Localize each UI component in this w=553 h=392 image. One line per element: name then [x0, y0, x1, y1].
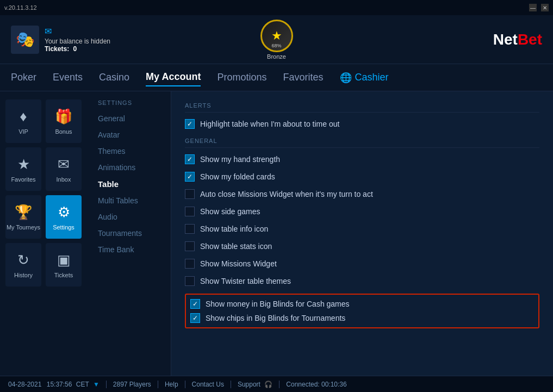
bronze-label: Bronze: [267, 53, 286, 60]
status-support-label: Support: [238, 381, 260, 388]
my-tourneys-icon: 🏆: [15, 204, 32, 221]
close-button[interactable]: ✕: [541, 4, 549, 11]
bronze-pct: 68%: [271, 43, 281, 48]
general-side-games-checkbox[interactable]: [185, 207, 195, 216]
vip-icon: ♦: [20, 108, 27, 125]
sidebar-favorites-label: Favorites: [11, 176, 35, 183]
status-contact-label: Contact Us: [192, 381, 224, 388]
status-players-value: 2897 Players: [113, 381, 151, 388]
general-table-info-label: Show table info icon: [200, 225, 268, 233]
content-area: ♦ VIP 🎁 Bonus ★ Favorites ✉ Inbox 🏆 My T…: [0, 91, 553, 376]
general-money-big-blinds-checkbox[interactable]: [190, 299, 200, 309]
general-folded-cards-checkbox[interactable]: [185, 172, 195, 182]
nav-casino[interactable]: Casino: [99, 69, 129, 86]
sidebar-item-vip[interactable]: ♦ VIP: [5, 99, 41, 143]
nav-my-account[interactable]: My Account: [146, 69, 201, 86]
alert-highlight-label: Highlight table when I'm about to time o…: [200, 120, 339, 128]
general-table-stats-row: Show table stats icon: [185, 241, 539, 251]
main-nav: Poker Events Casino My Account Promotion…: [0, 64, 553, 91]
sidebar-icons: ♦ VIP 🎁 Bonus ★ Favorites ✉ Inbox 🏆 My T…: [0, 91, 87, 376]
balance-text: Your balance is hidden: [45, 38, 110, 45]
sidebar-item-my-tourneys[interactable]: 🏆 My Tourneys: [5, 195, 41, 239]
settings-sidebar: SETTINGS General Avatar Themes Animation…: [87, 91, 171, 376]
alert-highlight-row: Highlight table when I'm about to time o…: [185, 119, 539, 129]
status-contact[interactable]: Contact Us: [185, 381, 231, 388]
nav-promotions[interactable]: Promotions: [217, 69, 266, 86]
settings-table[interactable]: Table: [98, 179, 160, 189]
tickets-text: Tickets: 0: [45, 45, 110, 53]
general-table-stats-checkbox[interactable]: [185, 241, 195, 251]
settings-animations[interactable]: Animations: [98, 163, 160, 172]
general-auto-close-checkbox[interactable]: [185, 189, 195, 199]
general-title: GENERAL: [185, 138, 539, 148]
alert-highlight-checkbox[interactable]: [185, 119, 195, 129]
sidebar-item-history[interactable]: ↻ History: [5, 243, 41, 287]
bonus-icon: 🎁: [55, 108, 72, 125]
status-help[interactable]: Help: [158, 381, 185, 388]
star-icon: ★: [271, 29, 282, 43]
title-bar: v.20.11.3.12 — ✕: [0, 0, 553, 15]
settings-themes[interactable]: Themes: [98, 147, 160, 155]
logo-bet: Bet: [518, 31, 542, 48]
status-timezone-value: CET: [76, 381, 89, 388]
nav-cashier[interactable]: 🌐 Cashier: [340, 69, 389, 86]
avatar: 🎭: [11, 26, 39, 54]
sidebar-item-inbox[interactable]: ✉ Inbox: [46, 147, 82, 191]
status-players: 2897 Players: [107, 381, 158, 388]
nav-poker[interactable]: Poker: [11, 69, 36, 86]
nav-favorites[interactable]: Favorites: [283, 69, 323, 86]
netbet-logo: NetBet: [493, 31, 542, 48]
sidebar-tickets-label: Tickets: [54, 272, 73, 278]
settings-general[interactable]: General: [98, 114, 160, 123]
big-blinds-highlighted-section: Show money in Big Blinds for Cash games …: [185, 294, 539, 328]
status-time-value: 15:37:56: [47, 381, 72, 388]
general-missions-widget-checkbox[interactable]: [185, 259, 195, 269]
general-table-info-row: Show table info icon: [185, 224, 539, 234]
nav-cashier-label: Cashier: [355, 72, 389, 83]
settings-section-label: SETTINGS: [98, 99, 160, 106]
general-chips-big-blinds-checkbox[interactable]: [190, 313, 200, 323]
history-icon: ↻: [17, 252, 29, 269]
email-icon: ✉: [45, 26, 110, 36]
settings-tournaments[interactable]: Tournaments: [98, 229, 160, 238]
general-auto-close-row: Auto close Missions Widget when it's my …: [185, 189, 539, 199]
settings-audio[interactable]: Audio: [98, 213, 160, 221]
status-help-label: Help: [165, 381, 178, 388]
general-twister-checkbox[interactable]: [185, 276, 195, 286]
general-chips-big-blinds-label: Show chips in Big Blinds for Tournaments: [206, 314, 345, 322]
general-hand-strength-label: Show my hand strength: [200, 155, 280, 164]
bronze-circle: ★ 68%: [260, 20, 293, 52]
general-side-games-row: Show side games: [185, 207, 539, 216]
minimize-button[interactable]: —: [529, 4, 537, 11]
header: 🎭 ✉ Your balance is hidden Tickets: 0 ★ …: [0, 15, 553, 64]
timezone-dropdown-arrow[interactable]: ▼: [93, 381, 100, 388]
tickets-icon: ▣: [57, 252, 71, 269]
inbox-icon: ✉: [58, 156, 70, 173]
sidebar-my-tourneys-label: My Tourneys: [7, 224, 40, 231]
sidebar-inbox-label: Inbox: [57, 176, 71, 183]
globe-icon: 🌐: [340, 72, 352, 84]
general-missions-widget-row: Show Missions Widget: [185, 259, 539, 269]
sidebar-item-favorites[interactable]: ★ Favorites: [5, 147, 41, 191]
nav-events[interactable]: Events: [53, 69, 83, 86]
main-panel: ALERTS Highlight table when I'm about to…: [171, 91, 553, 376]
status-date: 04-28-2021 15:37:56 CET ▼: [8, 381, 107, 388]
user-info: 🎭 ✉ Your balance is hidden Tickets: 0: [11, 26, 110, 54]
general-folded-cards-row: Show my folded cards: [185, 172, 539, 182]
sidebar-item-tickets[interactable]: ▣ Tickets: [46, 243, 82, 287]
settings-multi-tables[interactable]: Multi Tables: [98, 196, 160, 205]
status-date-value: 04-28-2021: [8, 381, 41, 388]
sidebar-item-bonus[interactable]: 🎁 Bonus: [46, 99, 82, 143]
alerts-title: ALERTS: [185, 102, 539, 113]
settings-time-bank[interactable]: Time Bank: [98, 245, 160, 254]
general-money-big-blinds-row: Show money in Big Blinds for Cash games: [190, 299, 534, 309]
logo-net: Net: [493, 31, 518, 48]
support-icon: 🎧: [264, 381, 272, 388]
sidebar-item-settings[interactable]: ⚙ Settings: [46, 195, 82, 239]
general-table-info-checkbox[interactable]: [185, 224, 195, 234]
general-hand-strength-checkbox[interactable]: [185, 154, 195, 164]
general-money-big-blinds-label: Show money in Big Blinds for Cash games: [206, 300, 350, 308]
status-connected: Connected: 00:10:36: [279, 381, 353, 388]
settings-avatar[interactable]: Avatar: [98, 130, 160, 139]
status-support[interactable]: Support 🎧: [231, 381, 279, 388]
